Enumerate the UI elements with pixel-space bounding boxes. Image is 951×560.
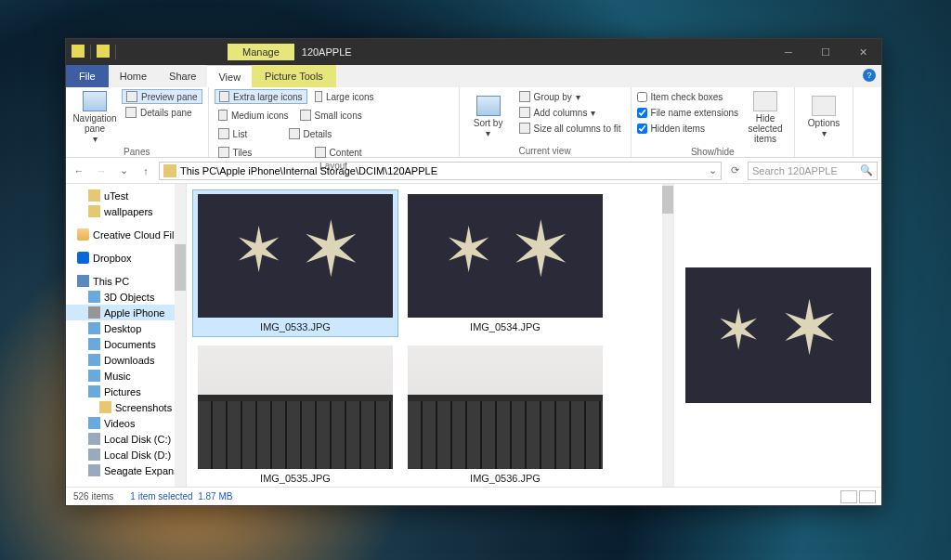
address-dropdown-icon[interactable]: ⌄ xyxy=(709,164,717,176)
details-button[interactable]: Details xyxy=(285,126,363,141)
group-by-button[interactable]: Group by ▾ xyxy=(515,89,625,104)
layout-group: Extra large icons Large icons Medium ico… xyxy=(209,87,460,157)
file-item[interactable]: IMG_0533.JPG xyxy=(192,189,398,337)
recent-locations-button[interactable]: ⌄ xyxy=(114,164,133,176)
navigation-tree[interactable]: uTest wallpapers Creative Cloud Files Dr… xyxy=(66,184,187,487)
file-grid[interactable]: IMG_0533.JPGIMG_0534.JPGIMG_0535.JPGIMG_… xyxy=(187,184,673,487)
close-button[interactable]: ✕ xyxy=(844,39,881,65)
show-hide-group: Item check boxes File name extensions Hi… xyxy=(632,87,796,157)
file-name: IMG_0536.JPG xyxy=(470,473,541,484)
list-button[interactable]: List xyxy=(215,126,281,141)
ribbon: Navigation pane ▾ Preview pane Details p… xyxy=(66,87,881,158)
tree-item-downloads[interactable]: Downloads xyxy=(66,352,186,368)
sort-by-button[interactable]: Sort by ▾ xyxy=(465,89,512,145)
tree-item-screenshots[interactable]: Screenshots xyxy=(66,399,186,415)
file-thumbnail xyxy=(198,194,393,318)
tree-item-documents[interactable]: Documents xyxy=(66,336,186,352)
details-pane-button[interactable]: Details pane xyxy=(122,105,202,120)
address-bar: ← → ⌄ ↑ This PC\Apple iPhone\Internal St… xyxy=(66,158,881,184)
file-thumbnail xyxy=(198,345,393,469)
address-text: This PC\Apple iPhone\Internal Storage\DC… xyxy=(180,165,437,176)
options-button[interactable]: Options ▾ xyxy=(801,89,847,145)
item-check-boxes-check[interactable]: Item check boxes xyxy=(637,89,739,104)
preview-pane-icon xyxy=(126,91,137,102)
preview-pane-button[interactable]: Preview pane xyxy=(122,89,202,104)
large-icons-button[interactable]: Large icons xyxy=(311,89,378,104)
help-icon[interactable]: ? xyxy=(863,69,876,82)
status-item-count: 526 items xyxy=(73,491,113,501)
search-box[interactable]: Search 120APPLE 🔍 xyxy=(748,162,878,180)
grid-scrollbar[interactable] xyxy=(662,184,673,487)
maximize-button[interactable]: ☐ xyxy=(807,39,844,65)
tree-scrollbar[interactable] xyxy=(175,184,186,487)
options-icon xyxy=(812,96,836,116)
back-button[interactable]: ← xyxy=(70,165,88,176)
hide-selected-button[interactable]: Hide selected items xyxy=(742,89,788,146)
address-field[interactable]: This PC\Apple iPhone\Internal Storage\DC… xyxy=(159,162,722,180)
current-view-group: Sort by ▾ Group by ▾ Add columns ▾ Size … xyxy=(460,87,632,157)
minimize-button[interactable]: ─ xyxy=(770,39,807,65)
navigation-pane-button[interactable]: Navigation pane ▾ xyxy=(72,89,118,146)
file-name: IMG_0534.JPG xyxy=(470,321,541,332)
details-view-button[interactable] xyxy=(840,490,857,503)
file-name: IMG_0535.JPG xyxy=(260,473,331,484)
medium-icons-button[interactable]: Medium icons xyxy=(215,108,293,123)
file-thumbnail xyxy=(408,345,603,469)
file-thumbnail xyxy=(408,194,603,318)
contextual-tab-manage[interactable]: Manage xyxy=(228,44,294,60)
status-selection: 1 item selected 1.87 MB xyxy=(130,491,232,501)
picture-tools-tab[interactable]: Picture Tools xyxy=(252,65,336,87)
refresh-button[interactable]: ⟳ xyxy=(725,164,744,176)
tree-item-pictures[interactable]: Pictures xyxy=(66,384,186,399)
hidden-items-check[interactable]: Hidden items xyxy=(637,121,739,136)
file-item[interactable]: IMG_0536.JPG xyxy=(402,341,608,487)
status-bar: 526 items 1 item selected 1.87 MB xyxy=(66,487,881,505)
tree-item-disk-c[interactable]: Local Disk (C:) xyxy=(66,431,186,447)
folder-icon xyxy=(163,164,176,177)
file-item[interactable]: IMG_0534.JPG xyxy=(402,189,608,337)
search-icon: 🔍 xyxy=(860,164,873,176)
qat-separator xyxy=(90,45,91,59)
search-placeholder: Search 120APPLE xyxy=(752,165,838,176)
tree-item-utest[interactable]: uTest xyxy=(66,188,186,203)
file-item[interactable]: IMG_0535.JPG xyxy=(192,341,398,487)
tree-item-disk-d[interactable]: Local Disk (D:) xyxy=(66,447,186,462)
show-hide-label: Show/hide xyxy=(637,146,789,157)
preview-thumbnail xyxy=(685,267,871,403)
explorer-icon xyxy=(72,45,85,58)
tree-item-this-pc[interactable]: This PC xyxy=(66,273,186,289)
extra-large-icons-button[interactable]: Extra large icons xyxy=(215,89,307,104)
up-button[interactable]: ↑ xyxy=(137,165,155,176)
tree-item-apple-iphone[interactable]: Apple iPhone xyxy=(66,305,186,320)
view-tab[interactable]: View xyxy=(207,65,252,87)
small-icons-button[interactable]: Small icons xyxy=(296,108,389,123)
home-tab[interactable]: Home xyxy=(109,65,158,87)
tree-item-creative-cloud[interactable]: Creative Cloud Files xyxy=(66,227,186,242)
tree-item-videos[interactable]: Videos xyxy=(66,415,186,431)
panes-group: Navigation pane ▾ Preview pane Details p… xyxy=(66,87,209,157)
qat-button[interactable] xyxy=(97,45,110,58)
thumbnails-view-button[interactable] xyxy=(859,490,876,503)
title-bar: Manage 120APPLE ─ ☐ ✕ xyxy=(66,39,881,65)
forward-button[interactable]: → xyxy=(92,165,111,176)
explorer-window: Manage 120APPLE ─ ☐ ✕ File Home Share Vi… xyxy=(65,38,882,506)
file-name-extensions-check[interactable]: File name extensions xyxy=(637,105,739,120)
tree-item-desktop[interactable]: Desktop xyxy=(66,320,186,336)
navigation-pane-label: Navigation pane xyxy=(72,113,116,134)
navigation-pane-icon xyxy=(83,91,107,111)
share-tab[interactable]: Share xyxy=(158,65,207,87)
tree-item-dropbox[interactable]: Dropbox xyxy=(66,250,186,266)
panes-group-label: Panes xyxy=(72,146,202,157)
tree-item-3d-objects[interactable]: 3D Objects xyxy=(66,289,186,305)
tree-item-seagate[interactable]: Seagate Expansion Drive xyxy=(66,462,186,478)
sort-icon xyxy=(476,96,501,116)
add-columns-button[interactable]: Add columns ▾ xyxy=(515,105,625,120)
qat-separator xyxy=(115,45,116,59)
file-name: IMG_0533.JPG xyxy=(260,321,331,332)
file-tab[interactable]: File xyxy=(66,65,109,87)
hide-selected-icon xyxy=(753,91,777,111)
details-pane-icon xyxy=(125,107,137,118)
size-columns-button[interactable]: Size all columns to fit xyxy=(515,121,625,136)
tree-item-wallpapers[interactable]: wallpapers xyxy=(66,203,186,219)
tree-item-music[interactable]: Music xyxy=(66,368,186,384)
